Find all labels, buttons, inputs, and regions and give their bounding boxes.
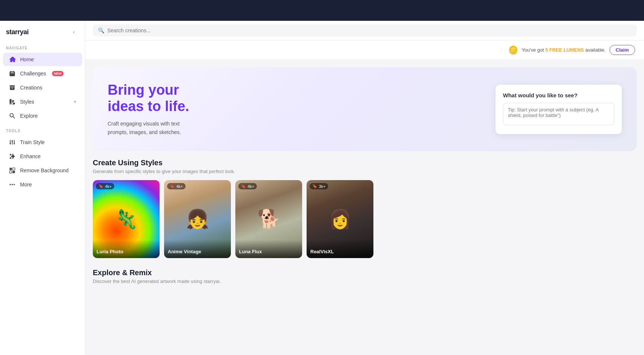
more-icon bbox=[9, 181, 16, 188]
sidebar-item-home[interactable]: Home bbox=[3, 53, 82, 66]
remove-background-label: Remove Background bbox=[20, 167, 69, 173]
lumens-icon: 🪙 bbox=[508, 45, 518, 55]
search-input[interactable] bbox=[107, 27, 631, 33]
sidebar-item-train-style[interactable]: Train Style bbox=[3, 136, 82, 149]
home-icon bbox=[9, 56, 16, 63]
anime-overlay: Anime Vintage bbox=[164, 240, 231, 258]
hero-section: Bring yourideas to life. Craft engaging … bbox=[93, 67, 637, 151]
realvis-overlay: RealVisXL bbox=[307, 240, 373, 258]
style-card-anime[interactable]: 👧 🔖4k+ Anime Vintage bbox=[164, 180, 231, 258]
train-style-icon bbox=[9, 139, 16, 146]
search-wrapper: 🔍 bbox=[93, 25, 637, 36]
luna-label: Luna Flux bbox=[239, 249, 298, 254]
create-styles-section: Create Using Styles Generate from specif… bbox=[93, 159, 637, 260]
sidebar-item-styles[interactable]: Styles ▾ bbox=[3, 95, 82, 108]
svg-rect-1 bbox=[13, 168, 15, 170]
train-style-label: Train Style bbox=[20, 139, 45, 145]
create-styles-subtitle: Generate from specific styles to give yo… bbox=[93, 169, 637, 174]
styles-icon bbox=[9, 98, 16, 105]
remove-background-icon bbox=[9, 167, 16, 174]
sidebar-item-explore[interactable]: Explore bbox=[3, 109, 82, 123]
style-card-luna[interactable]: 🐕 🔖4k+ Luna Flux bbox=[235, 180, 302, 258]
sidebar-item-remove-background[interactable]: Remove Background bbox=[3, 164, 82, 177]
sidebar: starryai ‹ NAVIGATE Home Challenges NEW … bbox=[0, 21, 85, 355]
challenges-label: Challenges bbox=[20, 71, 46, 76]
luria-badge: 🔖4k+ bbox=[96, 183, 114, 189]
explore-icon bbox=[9, 113, 16, 119]
style-card-luria[interactable]: 🦎 🔖4k+ Luria Photo bbox=[93, 180, 160, 258]
nav-section-label: NAVIGATE bbox=[0, 40, 85, 52]
app-logo: starryai bbox=[6, 28, 29, 36]
home-label: Home bbox=[20, 56, 34, 62]
style-card-realvis[interactable]: 👩 🔖3k+ RealVisXL bbox=[307, 180, 373, 258]
luna-badge: 🔖4k+ bbox=[238, 183, 257, 189]
claim-button[interactable]: Claim bbox=[609, 45, 635, 55]
new-badge: NEW bbox=[52, 71, 63, 76]
anime-label: Anime Vintage bbox=[168, 249, 227, 254]
enhance-label: Enhance bbox=[20, 153, 40, 159]
luria-label: Luria Photo bbox=[97, 249, 156, 254]
svg-rect-0 bbox=[10, 168, 12, 170]
sidebar-item-enhance[interactable]: Enhance bbox=[3, 150, 82, 163]
collapse-sidebar-button[interactable]: ‹ bbox=[69, 27, 79, 37]
explore-remix-section: Explore & Remix Discover the best AI gen… bbox=[93, 268, 637, 284]
hero-prompt-label: What would you like to see? bbox=[503, 92, 614, 98]
styles-chevron-icon: ▾ bbox=[74, 99, 76, 104]
creations-label: Creations bbox=[20, 85, 42, 91]
styles-label: Styles bbox=[20, 99, 34, 105]
explore-remix-subtitle: Discover the best AI generated artwork m… bbox=[93, 279, 637, 284]
lumens-text: You've got 5 FREE LUMENS available. bbox=[522, 47, 606, 53]
explore-remix-title: Explore & Remix bbox=[93, 268, 637, 277]
enhance-icon bbox=[9, 153, 16, 160]
hero-title: Bring yourideas to life. bbox=[108, 82, 481, 114]
sidebar-header: starryai ‹ bbox=[0, 21, 85, 40]
realvis-label: RealVisXL bbox=[310, 249, 370, 254]
search-icon: 🔍 bbox=[98, 27, 104, 33]
creations-icon bbox=[9, 84, 16, 91]
challenges-icon bbox=[9, 70, 16, 77]
explore-label: Explore bbox=[20, 113, 37, 119]
svg-rect-3 bbox=[13, 171, 15, 173]
sidebar-item-creations[interactable]: Creations bbox=[3, 81, 82, 94]
realvis-badge: 🔖3k+ bbox=[310, 183, 328, 189]
sidebar-item-challenges[interactable]: Challenges NEW bbox=[3, 67, 82, 80]
search-area: 🔍 bbox=[85, 21, 644, 40]
svg-rect-2 bbox=[10, 171, 12, 173]
luria-overlay: Luria Photo bbox=[93, 240, 160, 258]
top-bar bbox=[0, 0, 644, 21]
more-label: More bbox=[20, 182, 32, 188]
lumens-banner: 🪙 You've got 5 FREE LUMENS available. Cl… bbox=[85, 40, 644, 60]
sidebar-item-more[interactable]: More bbox=[3, 178, 82, 191]
anime-badge: 🔖4k+ bbox=[167, 183, 186, 189]
hero-text: Bring yourideas to life. Craft engaging … bbox=[108, 82, 481, 136]
hero-subtitle: Craft engaging visuals with textprompts,… bbox=[108, 120, 481, 136]
styles-grid: 🦎 🔖4k+ Luria Photo 👧 bbox=[93, 180, 637, 260]
create-styles-title: Create Using Styles bbox=[93, 159, 637, 167]
main-content: 🪙 You've got 5 FREE LUMENS available. Cl… bbox=[85, 40, 644, 355]
luna-overlay: Luna Flux bbox=[235, 240, 302, 258]
tools-section-label: TOOLS bbox=[0, 123, 85, 135]
hero-prompt-input[interactable] bbox=[503, 103, 614, 125]
hero-prompt-box: What would you like to see? bbox=[496, 85, 622, 134]
